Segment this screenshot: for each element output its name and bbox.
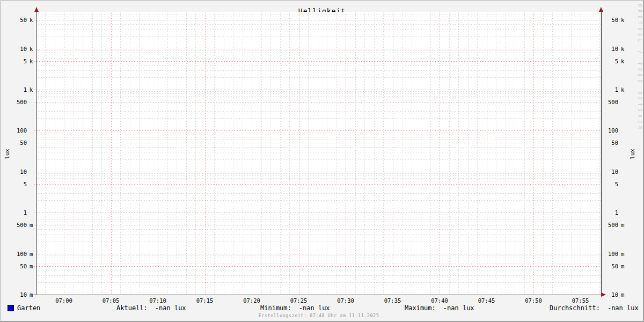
minor-gridline xyxy=(289,12,290,295)
minor-gridline xyxy=(177,12,177,295)
minor-gridline xyxy=(36,270,601,270)
minor-gridline xyxy=(36,147,601,148)
major-gridline xyxy=(34,130,603,131)
minor-gridline xyxy=(36,106,601,106)
major-gridline xyxy=(34,172,603,172)
stat-durchschnitt: Durchschnitt:-nan lux xyxy=(550,304,639,312)
y-tick-label-right: 50k xyxy=(608,17,627,23)
stat-maximum-value: -nan lux xyxy=(443,304,474,312)
minor-gridline xyxy=(36,58,601,58)
x-tick-label: 07:35 xyxy=(381,298,405,304)
minor-gridline xyxy=(92,12,93,295)
minor-gridline xyxy=(36,77,601,78)
minor-gridline xyxy=(562,12,562,295)
minor-gridline xyxy=(477,12,478,295)
rrdtool-watermark: RRDTOOL / TOBI OETIKER xyxy=(637,4,642,132)
minor-gridline xyxy=(270,12,271,295)
minor-gridline xyxy=(36,118,601,119)
minor-gridline xyxy=(130,12,130,295)
minor-gridline xyxy=(36,99,601,99)
minor-gridline xyxy=(327,12,327,295)
minor-gridline xyxy=(36,135,601,135)
minor-gridline xyxy=(430,12,431,295)
major-gridline xyxy=(346,12,346,295)
minor-gridline xyxy=(55,12,55,295)
minor-gridline xyxy=(543,12,544,295)
minor-gridline xyxy=(36,258,601,258)
minor-gridline xyxy=(74,12,74,295)
x-tick-label: 07:05 xyxy=(99,298,123,304)
x-axis xyxy=(33,295,601,295)
x-tick-label: 07:20 xyxy=(240,298,264,304)
minor-gridline xyxy=(195,12,196,295)
minor-gridline xyxy=(36,111,601,112)
y-axis-unit-right: lux xyxy=(629,149,636,159)
minor-gridline xyxy=(36,159,601,160)
y-tick-label-right: 10k xyxy=(608,46,627,52)
y-tick-label-right: 5 xyxy=(608,181,627,187)
minor-gridline xyxy=(506,12,506,295)
minor-gridline xyxy=(364,12,365,295)
rrdtool-graph: Helligkeit 50k50k10k10k5k5k1k1k500500100… xyxy=(0,0,644,322)
minor-gridline xyxy=(336,12,337,295)
major-gridline xyxy=(34,184,603,185)
minor-gridline xyxy=(36,229,601,230)
y-tick-label-right: 10 xyxy=(608,169,627,175)
minor-gridline xyxy=(421,12,421,295)
y-tick-label-right: 5k xyxy=(608,58,627,64)
stat-aktuell: Aktuell:-nan lux xyxy=(116,304,186,312)
major-gridline xyxy=(64,12,64,295)
y-tick-label-left: 500 xyxy=(16,99,36,105)
minor-gridline xyxy=(36,175,601,176)
minor-gridline xyxy=(36,234,601,235)
minor-gridline xyxy=(36,188,601,188)
x-axis-arrow-icon xyxy=(601,292,606,297)
y-tick-label-right: 10m xyxy=(608,292,627,298)
minor-gridline xyxy=(280,12,281,295)
y-tick-label-left: 50m xyxy=(16,264,36,269)
minor-gridline xyxy=(36,55,601,55)
y-tick-label-left: 5 xyxy=(16,181,36,187)
stat-minimum: Minimum:-nan lux xyxy=(260,304,330,312)
minor-gridline xyxy=(139,12,140,295)
minor-gridline xyxy=(36,17,601,17)
y-tick-label-left: 1 xyxy=(16,210,36,216)
y-tick-label-left: 100m xyxy=(16,251,36,257)
y-axis-right xyxy=(601,11,602,295)
minor-gridline xyxy=(36,275,601,276)
minor-gridline xyxy=(36,14,601,14)
minor-gridline xyxy=(83,12,83,295)
y-tick-label-left: 1k xyxy=(16,87,36,93)
x-tick-label: 07:10 xyxy=(146,298,170,304)
minor-gridline xyxy=(552,12,553,295)
y-tick-label-right: 100m xyxy=(608,251,627,257)
minor-gridline xyxy=(36,36,601,37)
y-tick-label-left: 50 xyxy=(16,140,36,146)
y-tick-label-left: 10m xyxy=(16,292,36,298)
y-axis-left xyxy=(36,11,37,295)
x-tick-label: 07:50 xyxy=(522,298,545,304)
stat-aktuell-label: Aktuell: xyxy=(116,304,148,312)
minor-gridline xyxy=(36,178,601,179)
major-gridline xyxy=(34,102,603,103)
minor-gridline xyxy=(36,140,601,140)
x-tick-label: 07:45 xyxy=(475,298,499,304)
major-gridline xyxy=(34,61,603,62)
footer-timestamp: Erstellungszeit: 07:48 Uhr am 11.11.2025 xyxy=(1,313,636,318)
major-gridline xyxy=(581,12,581,295)
major-gridline xyxy=(158,12,158,295)
minor-gridline xyxy=(36,219,601,219)
major-gridline xyxy=(440,12,440,295)
minor-gridline xyxy=(36,193,601,194)
major-gridline xyxy=(533,12,534,295)
minor-gridline xyxy=(590,12,590,295)
minor-gridline xyxy=(224,12,224,295)
minor-gridline xyxy=(36,152,601,152)
y-tick-label-left: 5k xyxy=(16,58,36,64)
y-tick-label-right: 1 xyxy=(608,210,627,216)
major-gridline xyxy=(205,12,206,295)
y-tick-label-left: 50k xyxy=(16,17,36,23)
minor-gridline xyxy=(496,12,496,295)
minor-gridline xyxy=(243,12,243,295)
minor-gridline xyxy=(36,282,601,283)
